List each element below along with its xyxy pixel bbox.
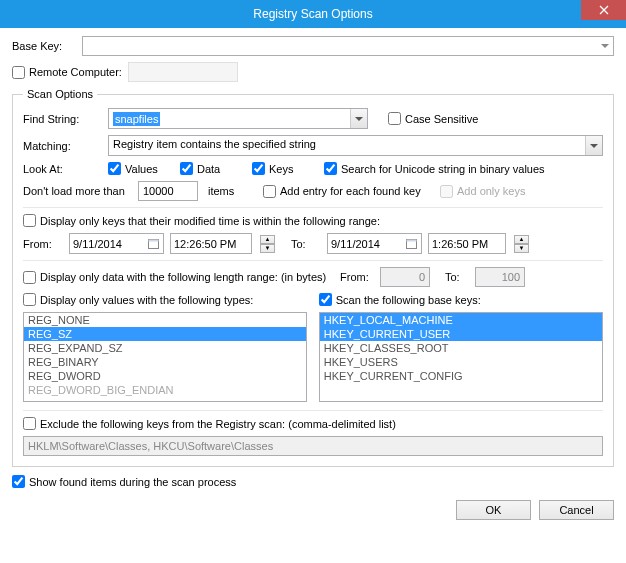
list-item[interactable]: REG_EXPAND_SZ [24, 341, 306, 355]
from-time-picker[interactable]: 12:26:50 PM [170, 233, 252, 254]
value-types-listbox[interactable]: REG_NONEREG_SZREG_EXPAND_SZREG_BINARYREG… [23, 312, 307, 402]
list-item[interactable]: HKEY_CURRENT_CONFIG [320, 369, 602, 383]
matching-label: Matching: [23, 140, 108, 152]
add-only-keys-label: Add only keys [457, 185, 525, 197]
close-button[interactable] [581, 0, 626, 20]
from-date-picker[interactable]: 9/11/2014 [69, 233, 164, 254]
list-item[interactable]: HKEY_LOCAL_MACHINE [320, 313, 602, 327]
unicode-label: Search for Unicode string in binary valu… [341, 163, 545, 175]
list-item[interactable]: HKEY_CLASSES_ROOT [320, 341, 602, 355]
matching-combo[interactable]: Registry item contains the specified str… [108, 135, 603, 156]
ok-button[interactable]: OK [456, 500, 531, 520]
matching-value: Registry item contains the specified str… [113, 138, 316, 150]
keys-checkbox[interactable] [252, 162, 265, 175]
remote-computer-checkbox[interactable] [12, 66, 25, 79]
list-item[interactable]: HKEY_CURRENT_USER [320, 327, 602, 341]
find-string-value: snapfiles [113, 112, 160, 126]
dont-load-unit: items [208, 185, 263, 197]
window-title: Registry Scan Options [253, 7, 372, 21]
list-item[interactable]: REG_DWORD_BIG_ENDIAN [24, 383, 306, 397]
scan-options-legend: Scan Options [23, 88, 97, 100]
exclude-keys-field[interactable] [23, 436, 603, 456]
svg-rect-3 [406, 240, 416, 242]
cancel-button[interactable]: Cancel [539, 500, 614, 520]
length-to-field[interactable] [475, 267, 525, 287]
exclude-keys-checkbox[interactable] [23, 417, 36, 430]
remote-computer-label: Remote Computer: [29, 66, 122, 78]
show-found-checkbox[interactable] [12, 475, 25, 488]
to-time-value: 1:26:50 PM [432, 238, 488, 250]
remote-computer-field [128, 62, 238, 82]
list-item[interactable]: REG_BINARY [24, 355, 306, 369]
base-key-combo[interactable] [82, 36, 614, 56]
dont-load-label: Don't load more than [23, 185, 138, 197]
to-time-spinner[interactable]: ▲▼ [514, 235, 529, 253]
length-from-field[interactable] [380, 267, 430, 287]
list-item[interactable]: REG_SZ [24, 327, 306, 341]
list-item[interactable]: REG_DWORD [24, 369, 306, 383]
value-types-checkbox[interactable] [23, 293, 36, 306]
modified-range-label: Display only keys that their modified ti… [40, 215, 380, 227]
calendar-icon[interactable] [146, 237, 160, 251]
add-entry-label: Add entry for each found key [280, 185, 440, 197]
from-time-spinner[interactable]: ▲▼ [260, 235, 275, 253]
values-label: Values [125, 163, 180, 175]
titlebar[interactable]: Registry Scan Options [0, 0, 626, 28]
dont-load-field[interactable] [138, 181, 198, 201]
length-range-checkbox[interactable] [23, 271, 36, 284]
data-checkbox[interactable] [180, 162, 193, 175]
list-item[interactable]: REG_NONE [24, 313, 306, 327]
from-time-value: 12:26:50 PM [174, 238, 236, 250]
to-date-label: To: [291, 238, 321, 250]
add-only-keys-checkbox [440, 185, 453, 198]
chevron-down-icon[interactable] [350, 109, 367, 128]
show-found-label: Show found items during the scan process [29, 476, 236, 488]
case-sensitive-checkbox[interactable] [388, 112, 401, 125]
exclude-keys-label: Exclude the following keys from the Regi… [40, 418, 396, 430]
modified-range-checkbox[interactable] [23, 214, 36, 227]
close-icon [599, 5, 609, 15]
from-date-label: From: [23, 238, 63, 250]
values-checkbox[interactable] [108, 162, 121, 175]
case-sensitive-label: Case Sensitive [405, 113, 478, 125]
length-to-label: To: [445, 271, 475, 283]
data-label: Data [197, 163, 252, 175]
base-keys-checkbox[interactable] [319, 293, 332, 306]
length-range-label: Display only data with the following len… [40, 271, 340, 283]
base-keys-label: Scan the following base keys: [336, 294, 481, 306]
find-string-label: Find String: [23, 113, 108, 125]
look-at-label: Look At: [23, 163, 108, 175]
to-time-picker[interactable]: 1:26:50 PM [428, 233, 506, 254]
keys-label: Keys [269, 163, 324, 175]
calendar-icon[interactable] [404, 237, 418, 251]
from-date-value: 9/11/2014 [73, 238, 122, 250]
to-date-picker[interactable]: 9/11/2014 [327, 233, 422, 254]
scan-options-group: Scan Options Find String: snapfiles Case… [12, 88, 614, 467]
chevron-down-icon[interactable] [585, 136, 602, 155]
base-key-label: Base Key: [12, 40, 82, 52]
value-types-label: Display only values with the following t… [40, 294, 253, 306]
to-date-value: 9/11/2014 [331, 238, 380, 250]
base-keys-listbox[interactable]: HKEY_LOCAL_MACHINEHKEY_CURRENT_USERHKEY_… [319, 312, 603, 402]
svg-rect-1 [148, 240, 158, 242]
add-entry-checkbox[interactable] [263, 185, 276, 198]
find-string-combo[interactable]: snapfiles [108, 108, 368, 129]
list-item[interactable]: HKEY_USERS [320, 355, 602, 369]
unicode-checkbox[interactable] [324, 162, 337, 175]
length-from-label: From: [340, 271, 380, 283]
